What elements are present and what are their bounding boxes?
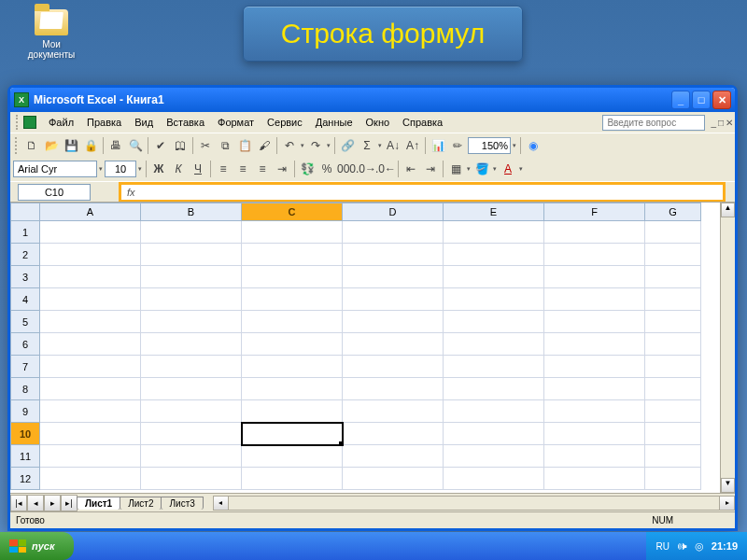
menu-help[interactable]: Справка (396, 115, 449, 130)
sheet-nav-prev-icon[interactable]: ◂ (27, 495, 44, 511)
cell-F4[interactable] (544, 288, 645, 311)
cell-F2[interactable] (544, 244, 645, 266)
cell-A11[interactable] (40, 445, 141, 468)
cell-G9[interactable] (645, 400, 701, 423)
cell-D10[interactable] (343, 423, 444, 445)
undo-dropdown-icon[interactable]: ▾ (301, 142, 304, 149)
font-color-icon[interactable]: A (499, 160, 517, 178)
sheet-tab-1[interactable]: Лист1 (77, 497, 120, 510)
row-header-4[interactable]: 4 (10, 288, 40, 311)
drawing-icon[interactable]: ✏ (448, 136, 467, 155)
cell-D11[interactable] (343, 445, 444, 468)
cell-G11[interactable] (645, 445, 701, 468)
cell-A9[interactable] (40, 400, 141, 423)
cell-D9[interactable] (343, 400, 444, 423)
decrease-indent-icon[interactable]: ⇤ (402, 160, 420, 178)
cell-B6[interactable] (141, 333, 242, 356)
column-header-E[interactable]: E (444, 203, 544, 221)
row-header-3[interactable]: 3 (10, 266, 40, 288)
cell-C11[interactable] (242, 445, 343, 468)
cell-A7[interactable] (40, 356, 141, 378)
cut-icon[interactable]: ✂ (196, 136, 215, 155)
open-icon[interactable]: 📂 (42, 136, 61, 155)
fontcolor-dropdown-icon[interactable]: ▾ (519, 165, 523, 173)
cell-A1[interactable] (40, 221, 141, 244)
cell-D3[interactable] (343, 266, 444, 288)
mdi-close-button[interactable]: ✕ (726, 118, 733, 128)
gripper-icon[interactable] (15, 137, 19, 154)
zoom-dropdown-icon[interactable]: ▾ (513, 142, 516, 149)
cell-E4[interactable] (444, 288, 544, 311)
cell-D2[interactable] (343, 244, 444, 266)
cell-A10[interactable] (40, 423, 141, 445)
permission-icon[interactable]: 🔒 (81, 136, 100, 155)
menu-window[interactable]: Окно (359, 115, 397, 130)
increase-decimal-icon[interactable]: .0→ (357, 160, 375, 178)
cell-C3[interactable] (242, 266, 343, 288)
cell-A6[interactable] (40, 333, 141, 356)
undo-icon[interactable]: ↶ (280, 136, 299, 155)
tray-network-icon[interactable]: ◎ (695, 540, 704, 553)
taskbar-clock[interactable]: 21:19 (712, 540, 738, 552)
menu-tools[interactable]: Сервис (261, 115, 309, 130)
increase-indent-icon[interactable]: ⇥ (421, 160, 440, 178)
borders-icon[interactable]: ▦ (446, 160, 465, 178)
cell-A12[interactable] (40, 468, 141, 490)
cell-C4[interactable] (242, 288, 343, 311)
cell-B3[interactable] (141, 266, 242, 288)
minimize-button[interactable]: _ (671, 91, 690, 109)
row-header-11[interactable]: 11 (10, 445, 40, 468)
scroll-left-icon[interactable]: ◂ (214, 497, 229, 510)
column-header-B[interactable]: B (141, 203, 242, 221)
cell-F10[interactable] (544, 423, 645, 445)
column-header-C[interactable]: C (242, 203, 343, 221)
cell-B7[interactable] (141, 356, 242, 378)
sort-desc-icon[interactable]: A↑ (403, 136, 422, 155)
bold-icon[interactable]: Ж (149, 160, 168, 178)
fill-dropdown-icon[interactable]: ▾ (493, 165, 497, 173)
scroll-right-icon[interactable]: ▸ (719, 497, 734, 510)
cell-G7[interactable] (645, 356, 701, 378)
scroll-up-icon[interactable]: ▲ (721, 203, 735, 217)
cell-B1[interactable] (141, 221, 242, 244)
cell-C12[interactable] (242, 468, 343, 490)
sheet-nav-next-icon[interactable]: ▸ (44, 495, 61, 511)
cell-D8[interactable] (343, 378, 444, 400)
zoom-input[interactable] (468, 137, 511, 154)
ask-a-question-input[interactable] (602, 115, 705, 131)
start-button[interactable]: пуск (0, 532, 74, 560)
cell-B4[interactable] (141, 288, 242, 311)
format-painter-icon[interactable]: 🖌 (255, 136, 274, 155)
currency-icon[interactable]: 💱 (298, 160, 317, 178)
fill-color-icon[interactable]: 🪣 (472, 160, 491, 178)
workbook-icon[interactable] (23, 116, 36, 129)
cell-C6[interactable] (242, 333, 343, 356)
scroll-down-icon[interactable]: ▼ (721, 478, 735, 493)
menu-data[interactable]: Данные (309, 115, 359, 130)
cell-D7[interactable] (343, 356, 444, 378)
cell-F12[interactable] (544, 468, 645, 490)
cell-E2[interactable] (444, 244, 544, 266)
print-icon[interactable]: 🖶 (106, 136, 125, 155)
row-header-9[interactable]: 9 (10, 400, 40, 423)
cell-F7[interactable] (544, 356, 645, 378)
sheet-tab-3[interactable]: Лист3 (161, 497, 203, 510)
fx-icon[interactable]: fx (121, 187, 141, 198)
cell-B10[interactable] (141, 423, 242, 445)
row-header-12[interactable]: 12 (10, 468, 40, 490)
redo-dropdown-icon[interactable]: ▾ (327, 142, 331, 149)
cell-B11[interactable] (141, 445, 242, 468)
sheet-nav-last-icon[interactable]: ▸| (61, 495, 78, 511)
select-all-button[interactable] (10, 203, 40, 221)
cell-G5[interactable] (645, 311, 701, 333)
menu-view[interactable]: Вид (128, 115, 160, 130)
mdi-restore-button[interactable]: □ (718, 118, 724, 128)
chart-wizard-icon[interactable]: 📊 (429, 136, 447, 155)
cell-C10[interactable] (242, 423, 343, 445)
menu-insert[interactable]: Вставка (160, 115, 211, 130)
paste-icon[interactable]: 📋 (235, 136, 254, 155)
cell-C8[interactable] (242, 378, 343, 400)
cell-D4[interactable] (343, 288, 444, 311)
cell-F3[interactable] (544, 266, 645, 288)
row-header-10[interactable]: 10 (10, 423, 40, 445)
